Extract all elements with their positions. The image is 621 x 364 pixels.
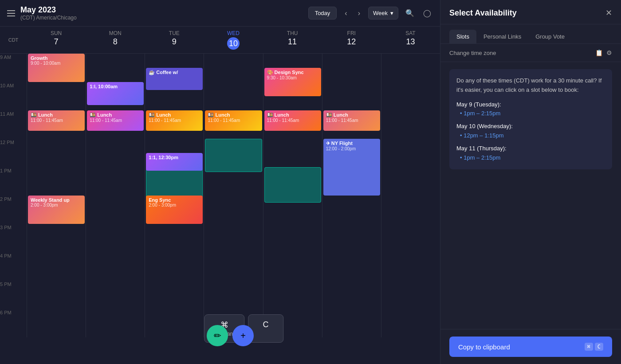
- slot-time-3[interactable]: • 1pm – 2:15pm: [460, 153, 605, 163]
- cell-wed-12[interactable]: [204, 139, 263, 167]
- tab-group-vote[interactable]: Group Vote: [528, 30, 572, 43]
- cell-fri-3[interactable]: [322, 224, 381, 252]
- cell-mon-9[interactable]: [86, 54, 145, 82]
- cell-fri-12[interactable]: ✈ NY Flight 12:00 - 2:00pm: [322, 139, 381, 167]
- cell-sun-10[interactable]: [27, 82, 86, 110]
- event-design-sync[interactable]: 🎨 Design Sync 9:30 - 10:30am: [264, 68, 321, 96]
- avail-slot-wed[interactable]: [205, 139, 262, 172]
- cell-tue-6[interactable]: [145, 309, 204, 337]
- tab-personal-links[interactable]: Personal Links: [476, 30, 528, 43]
- cell-tue-9[interactable]: ☕ Coffee w/: [145, 54, 204, 82]
- cell-sat-2[interactable]: [381, 196, 440, 224]
- slot-time-1[interactable]: • 1pm – 2:15pm: [460, 109, 605, 118]
- cell-fri-4[interactable]: [322, 252, 381, 281]
- cell-fri-10[interactable]: [322, 82, 381, 110]
- settings-icon[interactable]: ⚙: [606, 49, 612, 56]
- cell-mon-1[interactable]: [86, 167, 145, 196]
- cell-sat-11[interactable]: [381, 110, 440, 139]
- event-coffee[interactable]: ☕ Coffee w/: [146, 68, 203, 90]
- day-header-mon[interactable]: MON 8: [86, 27, 145, 53]
- cell-wed-9[interactable]: [204, 54, 263, 82]
- today-button[interactable]: Today: [308, 7, 337, 20]
- cell-tue-11[interactable]: 🍱 Lunch 11:00 - 11:45am: [145, 110, 204, 139]
- cell-fri-9[interactable]: [322, 54, 381, 82]
- cell-wed-4[interactable]: [204, 252, 263, 281]
- cell-mon-12[interactable]: [86, 139, 145, 167]
- next-week-button[interactable]: ›: [355, 8, 363, 19]
- event-lunch-fri[interactable]: 🍱 Lunch 11:00 - 11:45am: [323, 110, 380, 131]
- slot-time-2[interactable]: • 12pm – 1:15pm: [460, 131, 605, 141]
- cell-sun-5[interactable]: [27, 281, 86, 309]
- cell-fri-2[interactable]: [322, 196, 381, 224]
- cell-sat-6[interactable]: [381, 309, 440, 337]
- event-lunch-tue[interactable]: 🍱 Lunch 11:00 - 11:45am: [146, 110, 203, 131]
- cell-wed-5[interactable]: [204, 281, 263, 309]
- copy-to-clipboard-button[interactable]: Copy to clipboard ⌘ C: [449, 337, 612, 357]
- cell-thu-11[interactable]: 🍱 Lunch 11:00 - 11:45am: [263, 110, 322, 139]
- event-weekly-standup[interactable]: Weekly Stand up 2:00 - 3:00pm: [28, 196, 85, 224]
- day-header-thu[interactable]: THU 11: [263, 27, 322, 53]
- cell-fri-5[interactable]: [322, 281, 381, 309]
- avail-slot-thu[interactable]: [264, 167, 321, 203]
- day-header-sun[interactable]: SUN 7: [27, 27, 86, 53]
- cell-tue-4[interactable]: [145, 252, 204, 281]
- cell-thu-4[interactable]: [263, 252, 322, 281]
- cell-fri-6[interactable]: [322, 309, 381, 337]
- event-lunch-mon[interactable]: 🍱 Lunch 11:00 - 11:45am: [87, 110, 144, 131]
- cell-thu-5[interactable]: [263, 281, 322, 309]
- cell-sun-2[interactable]: Weekly Stand up 2:00 - 3:00pm: [27, 196, 86, 224]
- cell-sun-9[interactable]: Growth 9:00 - 10:00am: [27, 54, 86, 82]
- day-header-sat[interactable]: SAT 13: [381, 27, 440, 53]
- menu-icon[interactable]: [7, 10, 15, 16]
- cell-wed-10[interactable]: [204, 82, 263, 110]
- prev-week-button[interactable]: ‹: [342, 8, 350, 19]
- cell-sun-6[interactable]: [27, 309, 86, 337]
- cell-sat-12[interactable]: [381, 139, 440, 167]
- cell-thu-3[interactable]: [263, 224, 322, 252]
- cell-mon-4[interactable]: [86, 252, 145, 281]
- event-lunch-wed[interactable]: 🍱 Lunch 11:00 - 11:45am: [205, 110, 262, 131]
- cell-mon-11[interactable]: 🍱 Lunch 11:00 - 11:45am: [86, 110, 145, 139]
- slot-time-text-1[interactable]: 1pm – 2:15pm: [464, 110, 500, 117]
- event-lunch-sun[interactable]: 🍱 Lunch 11:00 - 11:45am: [28, 110, 85, 131]
- cell-sat-1[interactable]: [381, 167, 440, 196]
- edit-fab-button[interactable]: ✏: [207, 325, 228, 346]
- cell-wed-3[interactable]: [204, 224, 263, 252]
- cell-thu-9[interactable]: 🎨 Design Sync 9:30 - 10:30am: [263, 54, 322, 82]
- cell-tue-3[interactable]: [145, 224, 204, 252]
- cell-mon-3[interactable]: [86, 224, 145, 252]
- event-1on1-12[interactable]: 1:1, 12:30pm: [146, 153, 203, 171]
- cell-sat-10[interactable]: [381, 82, 440, 110]
- cell-mon-10[interactable]: 1:l, 10:00am: [86, 82, 145, 110]
- day-header-fri[interactable]: FRI 12: [322, 27, 381, 53]
- event-ny-flight[interactable]: ✈ NY Flight 12:00 - 2:00pm: [323, 139, 380, 196]
- cell-tue-5[interactable]: [145, 281, 204, 309]
- cell-mon-6[interactable]: [86, 309, 145, 337]
- cell-sat-5[interactable]: [381, 281, 440, 309]
- cell-tue-2[interactable]: Eng Sync 2:00 - 3:00pm: [145, 196, 204, 224]
- close-button[interactable]: ✕: [605, 8, 612, 18]
- cell-fri-11[interactable]: 🍱 Lunch 11:00 - 11:45am: [322, 110, 381, 139]
- cell-sun-11[interactable]: 🍱 Lunch 11:00 - 11:45am: [27, 110, 86, 139]
- cell-mon-5[interactable]: [86, 281, 145, 309]
- add-fab-button[interactable]: +: [232, 325, 254, 346]
- day-header-wed[interactable]: WED 10: [204, 27, 263, 53]
- event-lunch-thu[interactable]: 🍱 Lunch 11:00 - 11:45am: [264, 110, 321, 131]
- tab-slots[interactable]: Slots: [449, 30, 476, 43]
- event-eng-sync[interactable]: Eng Sync 2:00 - 3:00pm: [146, 196, 203, 224]
- week-view-selector[interactable]: Week ▾: [368, 7, 398, 20]
- event-growth[interactable]: Growth 9:00 - 10:00am: [28, 54, 85, 82]
- event-1on1-tue[interactable]: 1:l, 10:00am: [87, 82, 144, 105]
- layout-icon[interactable]: ◯: [421, 7, 433, 19]
- slot-time-text-2[interactable]: 12pm – 1:15pm: [464, 132, 503, 139]
- slot-time-text-3[interactable]: 1pm – 2:15pm: [464, 154, 500, 161]
- cell-sat-9[interactable]: [381, 54, 440, 82]
- cell-thu-12[interactable]: [263, 139, 322, 167]
- cell-sun-3[interactable]: [27, 224, 86, 252]
- cell-wed-2[interactable]: [204, 196, 263, 224]
- cell-thu-1[interactable]: [263, 167, 322, 196]
- cell-sat-3[interactable]: [381, 224, 440, 252]
- search-icon[interactable]: 🔍: [404, 7, 416, 19]
- cell-wed-11[interactable]: 🍱 Lunch 11:00 - 11:45am: [204, 110, 263, 139]
- cell-sun-1[interactable]: [27, 167, 86, 196]
